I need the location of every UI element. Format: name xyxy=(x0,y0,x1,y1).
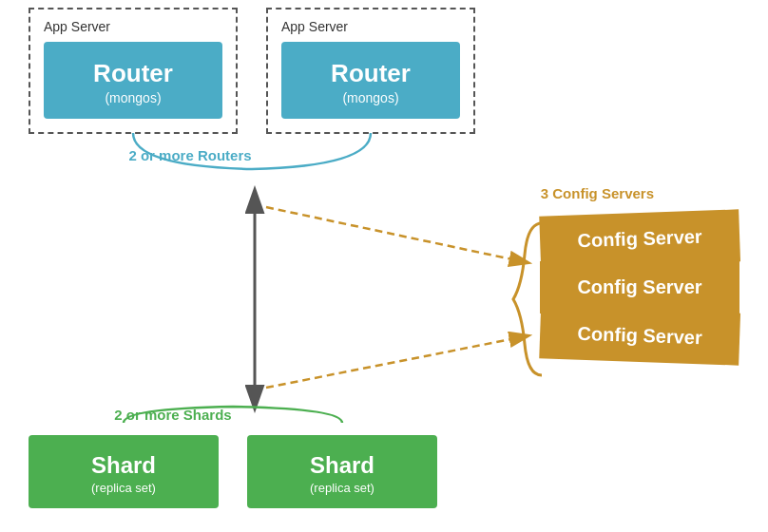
router-sub-1: (mongos) xyxy=(53,90,213,105)
config-server-box-1: Config Server xyxy=(539,209,740,268)
svg-line-4 xyxy=(266,207,521,261)
router-box-2: Router (mongos) xyxy=(281,42,460,119)
shards-label: 2 or more Shards xyxy=(68,407,278,423)
svg-line-5 xyxy=(266,337,521,388)
shard-sub-1: (replica set) xyxy=(38,481,209,495)
routers-label: 2 or more Routers xyxy=(86,147,295,163)
app-server-box-2: App Server Router (mongos) xyxy=(266,8,475,134)
config-servers-label: 3 Config Servers xyxy=(541,185,654,201)
app-server-container: App Server Router (mongos) App Server Ro… xyxy=(29,8,475,134)
diagram: App Server Router (mongos) App Server Ro… xyxy=(0,0,768,532)
shard-title-1: Shard xyxy=(38,452,209,479)
app-server-label-2: App Server xyxy=(281,19,460,34)
config-server-box-3: Config Server xyxy=(539,306,740,365)
app-server-label-1: App Server xyxy=(44,19,222,34)
shard-title-2: Shard xyxy=(257,452,428,479)
shard-box-2: Shard (replica set) xyxy=(247,435,437,508)
router-box-1: Router (mongos) xyxy=(44,42,222,119)
router-sub-2: (mongos) xyxy=(291,90,451,105)
config-server-group: Config Server Config Server Config Serve… xyxy=(540,209,739,366)
app-server-box-1: App Server Router (mongos) xyxy=(29,8,238,134)
shard-container: Shard (replica set) Shard (replica set) xyxy=(29,435,437,508)
router-title-1: Router xyxy=(53,59,213,88)
shard-box-1: Shard (replica set) xyxy=(29,435,219,508)
shard-sub-2: (replica set) xyxy=(257,481,428,495)
router-title-2: Router xyxy=(291,59,451,88)
config-server-box-2: Config Server xyxy=(540,261,739,314)
